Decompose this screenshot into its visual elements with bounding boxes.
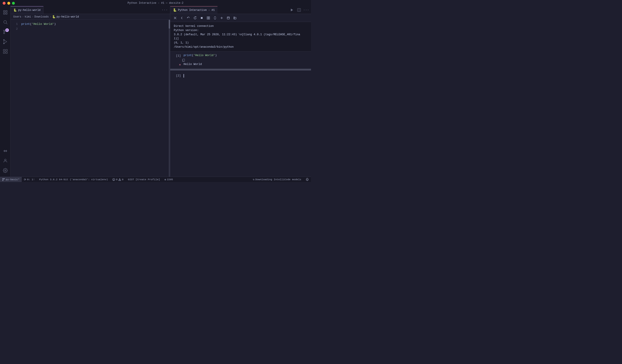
code-paren-close: ): [54, 22, 56, 26]
interactive-more-button[interactable]: ···: [303, 7, 309, 13]
copy-to-clipboard-button[interactable]: [232, 15, 238, 21]
interactive-tab-bar: 🐍 Python Interactive - #1 ···: [170, 6, 311, 14]
status-sync[interactable]: ⟳ 0↓ 1↑: [22, 177, 37, 182]
python-version-label: Python 3.8.2 64-bit ('anaconda3': virtua…: [39, 178, 108, 181]
editor-tab-bar: 🐍 py-hello-world ···: [11, 6, 170, 14]
interactive-horizontal-scrollbar[interactable]: [170, 69, 311, 71]
activity-bar: 2: [0, 6, 11, 177]
editor-scrollbar[interactable]: [169, 20, 170, 177]
line-number-1: 1: [11, 22, 21, 26]
svg-marker-14: [291, 9, 293, 11]
status-errors[interactable]: 0 0: [110, 177, 126, 182]
minimize-button[interactable]: [7, 2, 10, 5]
sync-label: 0↓ 1↑: [27, 178, 35, 181]
restart-kernel-button[interactable]: [192, 15, 198, 21]
svg-rect-22: [207, 18, 208, 19]
interactive-panel: 🐍 Python Interactive - #1 ···: [170, 6, 311, 177]
svg-rect-26: [227, 17, 230, 19]
content-area: 🐍 py-hello-world ··· Users › kimi › Down…: [11, 6, 311, 177]
status-notifications[interactable]: [303, 177, 311, 182]
line-number-2: 2: [11, 27, 21, 31]
export-button[interactable]: [225, 15, 232, 21]
interactive-tab[interactable]: 🐍 Python Interactive - #1: [170, 6, 217, 14]
toggle-variable-explorer-button[interactable]: [205, 15, 212, 21]
expand-all-button[interactable]: [212, 15, 218, 21]
h-scrollbar-thumb: [170, 69, 311, 71]
downloading-spinner: ↻: [253, 178, 254, 181]
window-title: Python Interactive - #1 — docsite-2: [127, 1, 183, 5]
svg-rect-21: [209, 17, 210, 18]
svg-point-35: [114, 180, 114, 180]
interactive-content[interactable]: Direct kernel connection Python version:…: [170, 22, 311, 177]
count-icon: ⊕: [164, 178, 166, 181]
svg-point-31: [4, 178, 5, 179]
kernel-info-line5: (6, 1, 1): [174, 41, 308, 45]
gist-label: GIST [Create Profile]: [128, 178, 160, 181]
interactive-tab-label: Python Interactive - #1: [178, 9, 215, 12]
code-editor[interactable]: 1 print('Hello World') 2: [11, 20, 170, 177]
cell-1-output-row: ✕ Hello World: [170, 62, 311, 67]
sidebar-item-account[interactable]: [1, 156, 10, 165]
svg-point-2: [3, 30, 5, 32]
sidebar-item-search[interactable]: [1, 18, 10, 27]
editor-tab-more-button[interactable]: ···: [159, 6, 170, 14]
sidebar-item-source-control[interactable]: 2: [1, 27, 10, 36]
kernel-info-line1: Direct kernel connection: [174, 24, 308, 28]
editor-tab-label: py-hello-world: [18, 9, 40, 12]
undo-button[interactable]: [185, 15, 192, 21]
svg-rect-20: [207, 17, 208, 18]
status-gist[interactable]: GIST [Create Profile]: [126, 177, 162, 182]
kernel-info-line4: l)]: [174, 37, 308, 41]
svg-point-0: [3, 21, 6, 23]
title-bar: Python Interactive - #1 — docsite-2: [0, 0, 311, 6]
svg-rect-10: [3, 52, 5, 53]
close-kernel-button[interactable]: [172, 15, 178, 21]
editor-tab-py-hello-world[interactable]: 🐍 py-hello-world: [11, 6, 43, 14]
code-string: 'Hello World': [32, 22, 54, 26]
cell-1-output-icon: ✕: [170, 63, 184, 66]
git-branch-label: py-basic*: [6, 178, 19, 181]
kernel-info-line3: 3.8.2 (default, Mar 25 2020, 11:22:43) \…: [174, 33, 308, 37]
sidebar-item-settings[interactable]: [1, 166, 10, 175]
breadcrumb-file[interactable]: py-hello-world: [57, 15, 79, 19]
status-bar-left: py-basic* ⟳ 0↓ 1↑ Python 3.8.2 64-bit ('…: [0, 177, 175, 182]
interactive-toolbar: [170, 14, 311, 22]
run-all-button[interactable]: [289, 7, 295, 13]
svg-marker-5: [4, 40, 7, 44]
code-paren-open: (: [30, 22, 32, 26]
sidebar-item-run-debug[interactable]: [1, 37, 10, 46]
breadcrumb-file-icon: 🐍: [52, 15, 56, 19]
breadcrumb-kimi[interactable]: kimi: [25, 15, 31, 19]
status-python-version[interactable]: Python 3.8.2 64-bit ('anaconda3': virtua…: [37, 177, 110, 182]
interactive-tab-actions: ···: [287, 6, 311, 14]
cell-1-code: print('Hello World'): [184, 54, 311, 57]
error-icon: [112, 178, 115, 181]
code-line-2: 2: [11, 26, 170, 31]
sidebar-item-explorer[interactable]: [1, 8, 10, 17]
stop-button[interactable]: [199, 15, 205, 21]
maximize-button[interactable]: [12, 2, 15, 5]
cell-2-gutter: [2]: [170, 74, 184, 77]
count-value: 2205: [167, 178, 173, 181]
breadcrumb-users[interactable]: Users: [13, 15, 21, 19]
bell-icon: [306, 178, 309, 181]
warning-count: 0: [122, 178, 123, 181]
sidebar-item-remote[interactable]: [1, 147, 10, 155]
sidebar-item-extensions[interactable]: [1, 47, 10, 56]
split-editor-button[interactable]: [296, 7, 302, 13]
cell-1-input-row: [1] print('Hello World'): [170, 53, 311, 58]
cell-2-input-row[interactable]: [2]: [170, 72, 311, 79]
breadcrumb-downloads[interactable]: Downloads: [34, 15, 49, 19]
svg-rect-19: [201, 17, 203, 19]
svg-rect-28: [234, 17, 236, 19]
svg-point-12: [4, 159, 6, 161]
add-cell-button[interactable]: [219, 15, 225, 21]
status-git-branch[interactable]: py-basic*: [0, 177, 22, 182]
svg-rect-8: [3, 49, 5, 51]
status-bar: py-basic* ⟳ 0↓ 1↑ Python 3.8.2 64-bit ('…: [0, 177, 311, 182]
cell-1-icon-row: [170, 58, 311, 62]
close-button[interactable]: [3, 2, 5, 5]
back-button[interactable]: [179, 15, 185, 21]
editor-panel: 🐍 py-hello-world ··· Users › kimi › Down…: [11, 6, 170, 177]
status-count[interactable]: ⊕ 2205: [162, 177, 175, 182]
